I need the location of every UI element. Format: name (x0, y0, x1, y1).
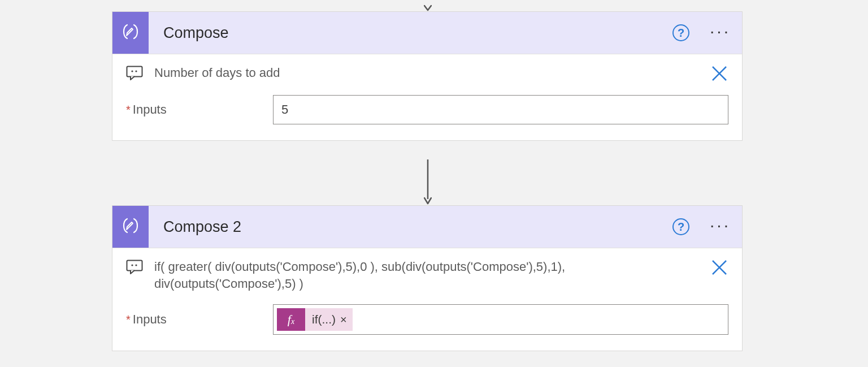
comment-icon (126, 66, 143, 80)
svg-rect-0 (127, 67, 142, 77)
required-indicator: * (126, 313, 131, 326)
help-icon[interactable]: ? (672, 218, 689, 235)
svg-point-1 (131, 70, 133, 72)
inputs-field[interactable]: fx if(...) × (273, 304, 728, 335)
card-title: Compose (149, 24, 672, 42)
comment-row: Number of days to add (126, 64, 728, 83)
more-menu-icon[interactable]: ··· (710, 222, 731, 231)
connector-arrow-mid (424, 159, 432, 208)
card-header[interactable]: Compose ? ··· (112, 12, 742, 54)
svg-point-8 (135, 264, 137, 266)
remove-token-icon[interactable]: × (339, 313, 353, 326)
help-icon[interactable]: ? (672, 24, 689, 41)
compose-icon (112, 12, 149, 54)
card-title: Compose 2 (149, 218, 672, 236)
expression-token[interactable]: fx if(...) × (277, 308, 353, 331)
card-header[interactable]: Compose 2 ? ··· (112, 206, 742, 248)
close-comment-icon[interactable] (710, 64, 728, 83)
more-menu-icon[interactable]: ··· (710, 28, 731, 37)
inputs-row: * Inputs (126, 95, 728, 124)
fx-icon: fx (277, 308, 305, 331)
comment-icon (126, 260, 143, 274)
svg-point-2 (135, 70, 137, 72)
expression-token-label: if(...) (305, 313, 339, 326)
svg-rect-6 (127, 261, 142, 271)
comment-text: Number of days to add (154, 64, 699, 81)
inputs-row: * Inputs fx if(...) × (126, 304, 728, 335)
close-comment-icon[interactable] (710, 258, 728, 277)
compose-card-1: Compose ? ··· Number of days to add (112, 11, 743, 141)
inputs-field[interactable] (273, 95, 728, 124)
connector-arrow-top (424, 0, 432, 12)
inputs-label: * Inputs (126, 102, 271, 117)
compose-icon (112, 206, 149, 248)
compose-card-2: Compose 2 ? ··· if( greater( div(outputs… (112, 205, 743, 351)
comment-text: if( greater( div(outputs('Compose'),5),0… (154, 258, 699, 292)
svg-point-7 (131, 264, 133, 266)
inputs-label: * Inputs (126, 312, 271, 327)
comment-row: if( greater( div(outputs('Compose'),5),0… (126, 258, 728, 292)
required-indicator: * (126, 103, 131, 116)
